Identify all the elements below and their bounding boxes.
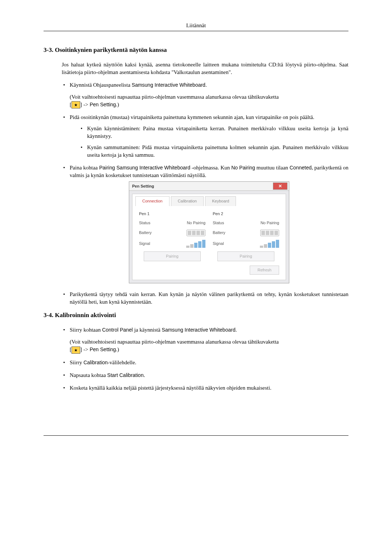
bullet-pairing-once: Parikytkentä täytyy tehdä vain kerran. K…	[62, 291, 348, 306]
pen-setting-dialog: Pen Setting ✕ Connection Calibration Key…	[129, 181, 289, 283]
signal-icon	[260, 240, 279, 248]
dialog-title: Pen Setting	[132, 184, 154, 189]
sub-turn-off: Kynän sammuttaminen: Pidä mustaa virtapa…	[80, 144, 348, 159]
pairing-button-1[interactable]: Pairing	[144, 251, 201, 261]
close-button[interactable]: ✕	[273, 182, 287, 190]
sub-turn-on: Kynän käynnistäminen: Paina mustaa virta…	[80, 125, 348, 140]
bullet-hold-power: Pidä osoitinkynän (mustaa) virtapainiket…	[62, 114, 348, 159]
battery-icon	[187, 230, 205, 236]
tab-keyboard[interactable]: Keyboard	[205, 196, 236, 206]
footer-rule	[44, 435, 348, 436]
bullet-touch-points: Kosketa kynällä kaikkia neljää pistettä …	[62, 384, 348, 392]
page-header: Liitännät	[44, 22, 348, 31]
pen1-column: Pen 1 StatusNo Pairing Battery Signal Pa…	[139, 211, 205, 261]
pen2-status: No Pairing	[261, 220, 279, 226]
bullet-calibration-tab: Siirry Calibration-välilehdelle.	[62, 359, 348, 366]
tab-calibration[interactable]: Calibration	[171, 196, 204, 206]
section-3-4-heading: 3-4. Kalibroinnin aktivointi	[44, 311, 348, 320]
bullet-start-calibration: Napsauta kohtaa Start Calibration.	[62, 372, 348, 379]
section-3-3-heading: 3-3. Osoitinkynien parikytkentä näytön k…	[44, 46, 348, 54]
section-3-3-intro: Jos haluat kytkeä näyttöön kaksi kynää, …	[62, 61, 348, 76]
pen2-column: Pen 2 StatusNo Pairing Battery Signal Pa…	[213, 211, 279, 261]
pairing-button-2[interactable]: Pairing	[217, 251, 275, 261]
signal-icon	[186, 240, 205, 248]
pen1-status: No Pairing	[187, 220, 205, 226]
star-icon: ★	[72, 346, 80, 354]
tab-connection[interactable]: Connection	[135, 196, 170, 206]
battery-icon	[260, 230, 279, 236]
bullet-press-pairing: Paina kohtaa Pairing Samsung Interactive…	[62, 164, 348, 283]
refresh-button[interactable]: Refresh	[250, 266, 279, 275]
star-icon: ★	[72, 101, 80, 108]
bullet-control-panel: Siirry kohtaan Control Panel ja käynnist…	[62, 326, 348, 354]
bullet-launch-whiteboard: Käynnistä Ohjauspaneelista Samsung Inter…	[62, 81, 348, 109]
